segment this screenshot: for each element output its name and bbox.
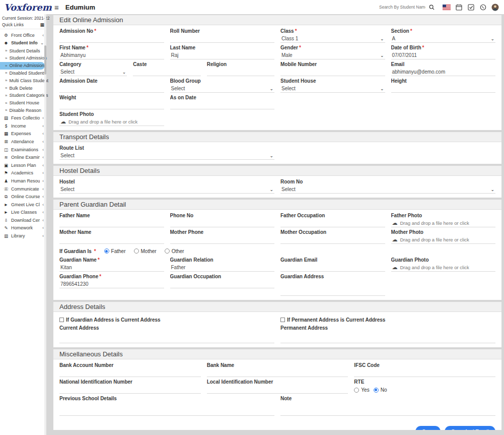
route-list-select[interactable]: Select⌄ bbox=[59, 151, 274, 160]
current-address-textarea[interactable] bbox=[59, 331, 274, 343]
class-select[interactable]: Class 1⌄ bbox=[280, 34, 385, 43]
brand-logo[interactable]: Voxforem bbox=[4, 2, 52, 13]
guardian-email-input[interactable] bbox=[280, 263, 385, 272]
gender-select[interactable]: Male⌄ bbox=[280, 51, 385, 59]
chevron-down-icon: ⌄ bbox=[40, 40, 44, 45]
guardian-relation-input[interactable]: Father bbox=[170, 263, 275, 272]
rte-yes-radio[interactable]: Yes bbox=[354, 387, 369, 393]
hostel-select[interactable]: Select⌄ bbox=[59, 185, 274, 194]
guardian-photo-dropzone[interactable]: ☁Drag and drop a file here or click bbox=[391, 263, 496, 272]
roll-number-input[interactable] bbox=[170, 34, 275, 43]
if-guardian-address-is-current-address-checkbox[interactable]: If Guardian Address is Current Address bbox=[59, 316, 274, 323]
note-textarea[interactable] bbox=[280, 402, 495, 416]
guardian-name-input[interactable]: Kitan bbox=[59, 263, 164, 272]
permanent-address-textarea[interactable] bbox=[280, 331, 495, 343]
category-select[interactable]: Select⌄ bbox=[59, 68, 127, 76]
sidebar-item-library[interactable]: ▥Library‹ bbox=[0, 232, 46, 240]
student-photo-dropzone[interactable]: ☁Drag and drop a file here or click bbox=[59, 117, 164, 126]
father-photo-dropzone[interactable]: ☁Drag and drop a file here or click bbox=[391, 219, 496, 227]
chevron-down-icon: ⌄ bbox=[380, 86, 384, 91]
mother-occupation-input[interactable] bbox=[280, 235, 385, 244]
email-input[interactable]: abhimanyu@demo.com bbox=[391, 68, 496, 76]
father-occupation-input[interactable] bbox=[280, 219, 385, 227]
sidebar-item-income[interactable]: $Income‹ bbox=[0, 122, 46, 130]
sidebar-item-gmeet-live-classes[interactable]: ►Gmeet Live Classes‹ bbox=[0, 201, 46, 209]
rte-no-radio[interactable]: No bbox=[374, 387, 387, 393]
section-body: Bank Account NumberBank NameIFSC CodeNat… bbox=[53, 359, 501, 420]
guardian-address-textarea[interactable] bbox=[280, 280, 385, 296]
room-no-select[interactable]: Select⌄ bbox=[280, 185, 495, 194]
height-input[interactable] bbox=[391, 84, 496, 93]
religion-input[interactable] bbox=[207, 68, 274, 76]
guardian-occupation-input[interactable] bbox=[170, 280, 275, 288]
blood-group-select[interactable]: Select⌄ bbox=[170, 84, 275, 93]
sidebar-scrollbar-thumb[interactable] bbox=[44, 45, 46, 75]
if-guardian-is-father-radio[interactable]: Father bbox=[104, 248, 126, 254]
language-us-flag-icon[interactable] bbox=[441, 5, 453, 10]
chevron-left-icon: ‹ bbox=[42, 218, 44, 223]
sidebar-item-student-house[interactable]: »Student House bbox=[0, 99, 45, 107]
sidebar-item-lesson-plan[interactable]: ▣Lesson Plan‹ bbox=[0, 161, 46, 169]
ifsc-code-input[interactable] bbox=[354, 368, 495, 377]
sidebar-item-online-admission[interactable]: »Online Admission bbox=[0, 62, 45, 70]
father-name-input[interactable] bbox=[59, 219, 164, 227]
sidebar-item-communicate[interactable]: ☏Communicate‹ bbox=[0, 185, 46, 193]
phone-no-input[interactable] bbox=[170, 219, 275, 227]
sidebar-item-human-resource[interactable]: ♟Human Resource‹ bbox=[0, 177, 46, 185]
admission-no-input[interactable] bbox=[59, 34, 164, 43]
sidebar-item-academics[interactable]: ⚑Academics‹ bbox=[0, 169, 46, 177]
calendar-icon[interactable] bbox=[453, 4, 465, 11]
section-select[interactable]: A⌄ bbox=[391, 34, 496, 43]
if-guardian-is-other-radio[interactable]: Other bbox=[165, 248, 184, 254]
whatsapp-icon[interactable] bbox=[477, 4, 489, 11]
date-of-birth-input[interactable]: 07/07/2011 bbox=[391, 51, 496, 59]
sidebar-item-multi-class-student[interactable]: »Multi Class Student bbox=[0, 77, 45, 84]
mother-photo-dropzone[interactable]: ☁Drag and drop a file here or click bbox=[391, 235, 496, 244]
mother-name-label: Mother Name bbox=[59, 229, 164, 235]
previous-school-details-textarea[interactable] bbox=[59, 402, 274, 416]
sidebar-item-attendance[interactable]: ⊞Attendance‹ bbox=[0, 138, 46, 146]
first-name-input[interactable]: Abhimanyu bbox=[59, 51, 164, 59]
mother-phone-input[interactable] bbox=[170, 235, 275, 244]
weight-input[interactable] bbox=[59, 101, 164, 109]
sidebar-item-homework[interactable]: ✎Homework‹ bbox=[0, 224, 46, 232]
sidebar-item-online-course[interactable]: ⧉Online Course‹ bbox=[0, 193, 46, 201]
hamburger-menu-icon[interactable]: ≡ bbox=[54, 4, 59, 11]
as-on-date-input[interactable] bbox=[170, 101, 275, 109]
national-identification-number-input[interactable] bbox=[59, 385, 201, 394]
sidebar-item-download-center[interactable]: ⇩Download Center‹ bbox=[0, 216, 46, 224]
mother-name-input[interactable] bbox=[59, 235, 164, 244]
sidebar-item-student-information[interactable]: ☻Student Information⌄ bbox=[0, 39, 46, 47]
admission-date-input[interactable] bbox=[59, 84, 164, 93]
sidebar-item-student-admission[interactable]: »Student Admission bbox=[0, 54, 45, 62]
sidebar-item-bulk-delete[interactable]: »Bulk Delete bbox=[0, 84, 45, 92]
sidebar-item-student-details[interactable]: »Student Details bbox=[0, 47, 45, 54]
mother-occupation-field: Mother Occupation bbox=[280, 227, 385, 244]
student-house-select[interactable]: Select⌄ bbox=[280, 84, 385, 93]
search-icon[interactable] bbox=[425, 5, 438, 10]
guardian-phone-input[interactable]: 7896541230 bbox=[59, 280, 164, 288]
local-identification-number-input[interactable] bbox=[207, 385, 348, 394]
sidebar-item-disable-reason[interactable]: »Disable Reason bbox=[0, 107, 45, 114]
bank-account-number-input[interactable] bbox=[59, 368, 201, 377]
sidebar-item-online-examinations[interactable]: ≋Online Examinations‹ bbox=[0, 153, 46, 161]
tasks-check-icon[interactable] bbox=[465, 4, 477, 11]
sidebar-item-live-classes[interactable]: ►Live Classes‹ bbox=[0, 208, 46, 216]
last-name-input[interactable]: Raj bbox=[170, 51, 275, 59]
sidebar-item-fees-collection[interactable]: ▤Fees Collection‹ bbox=[0, 114, 46, 122]
sidebar-item-front-office[interactable]: ⚙Front Office‹ bbox=[0, 31, 46, 39]
save-and-enroll-button[interactable]: Save And Enroll bbox=[445, 426, 495, 430]
mobile-number-input[interactable] bbox=[280, 68, 385, 76]
if-guardian-is-mother-radio[interactable]: Mother bbox=[134, 248, 157, 254]
caste-input[interactable] bbox=[133, 68, 200, 76]
grid-icon[interactable]: ▦ bbox=[40, 22, 44, 27]
sidebar-item-disabled-students[interactable]: »Disabled Students bbox=[0, 70, 45, 77]
sidebar-item-examinations[interactable]: ◫Examinations‹ bbox=[0, 146, 46, 154]
sidebar-item-expenses[interactable]: ▦Expenses‹ bbox=[0, 130, 46, 138]
sidebar-item-student-categories[interactable]: »Student Categories bbox=[0, 92, 45, 99]
if-permanent-address-is-current-address-checkbox[interactable]: If Permanent Address is Current Address bbox=[280, 316, 495, 323]
user-avatar[interactable] bbox=[489, 4, 501, 11]
search-input[interactable] bbox=[379, 5, 425, 10]
bank-name-input[interactable] bbox=[207, 368, 348, 377]
save-button[interactable]: Save bbox=[415, 426, 441, 430]
